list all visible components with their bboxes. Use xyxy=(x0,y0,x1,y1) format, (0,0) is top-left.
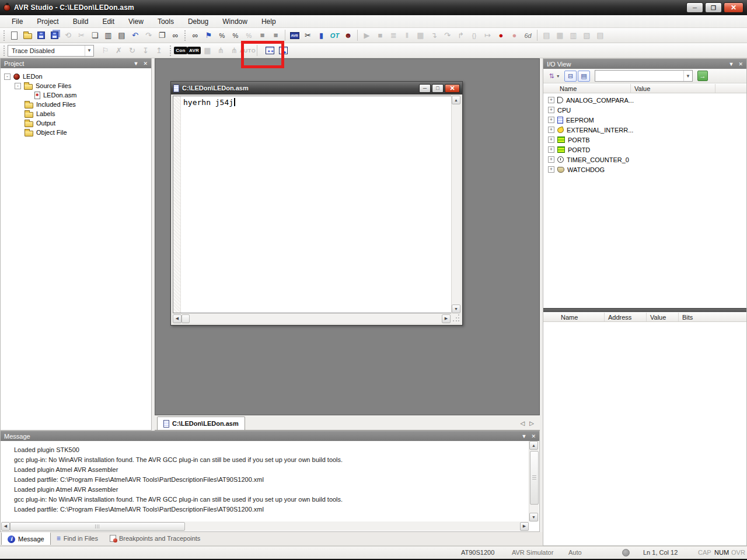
close-button[interactable]: ✕ xyxy=(724,2,743,13)
scroll-left-icon[interactable]: ◀ xyxy=(173,314,181,323)
menu-tools[interactable]: Tools xyxy=(151,16,181,27)
tree-item-source-files[interactable]: - Source Files xyxy=(1,81,151,90)
reset-button[interactable]: ≣ xyxy=(387,29,400,42)
sort-button[interactable]: ⇅▼ xyxy=(546,69,563,82)
io-item-external-interrupt[interactable]: + EXTERNAL_INTERR... xyxy=(543,125,746,135)
save-button[interactable] xyxy=(34,29,48,42)
indent-button[interactable]: ≡ xyxy=(269,29,282,42)
list-view-toggle[interactable]: ▤ xyxy=(578,71,590,82)
tree-item-object-file[interactable]: Object File xyxy=(1,128,151,137)
doc-close-button[interactable]: ✕ xyxy=(445,84,460,93)
restore-button[interactable]: ❐ xyxy=(705,2,722,13)
panel-menu-icon[interactable]: ▼ xyxy=(729,61,734,67)
menu-help[interactable]: Help xyxy=(254,16,283,27)
watch-window-button[interactable]: 6d xyxy=(521,29,535,42)
io-item-portb[interactable]: + PORTB xyxy=(543,135,746,145)
io-item-portd[interactable]: + PORTD xyxy=(543,145,746,155)
scroll-right-icon[interactable]: ▶ xyxy=(442,314,451,323)
save-all-button[interactable] xyxy=(48,29,61,42)
disassembler-window-button[interactable]: ▤ xyxy=(540,29,553,42)
tree-item-root[interactable]: - LEDon xyxy=(1,72,151,81)
tree-item-included-files[interactable]: Included Files xyxy=(1,100,151,109)
expand-icon[interactable]: + xyxy=(548,117,554,123)
panel-menu-icon[interactable]: ▼ xyxy=(522,433,527,439)
tab-scroll-left-icon[interactable]: ◁ xyxy=(521,420,525,426)
panel-splitter[interactable] xyxy=(543,308,746,312)
watch-col-address[interactable]: Address xyxy=(605,313,647,321)
resize-grip[interactable] xyxy=(451,314,460,323)
toggle-breakpoint-button[interactable]: ● xyxy=(494,29,508,42)
menu-build[interactable]: Build xyxy=(66,16,96,27)
step-over-button[interactable]: ↷ xyxy=(441,29,454,42)
previous-bookmark-button[interactable]: % xyxy=(229,29,242,42)
avr-wizard-button[interactable]: AVR xyxy=(288,29,301,42)
find-button[interactable]: ∞ xyxy=(189,29,202,42)
chevron-down-icon[interactable]: ▼ xyxy=(683,71,692,81)
toolbar-grip[interactable] xyxy=(3,46,6,56)
io-item-eeprom[interactable]: + EEPROM xyxy=(543,115,746,125)
code-editor[interactable]: hyerhn j54j xyxy=(173,96,460,313)
run-button[interactable]: ▶ xyxy=(360,29,374,42)
clear-bookmarks-button[interactable]: % xyxy=(242,29,256,42)
undo-button[interactable]: ↶ xyxy=(128,29,142,42)
stop-button[interactable]: ■ xyxy=(374,29,387,42)
expand-icon[interactable]: + xyxy=(548,136,554,143)
menu-file[interactable]: File xyxy=(5,16,30,27)
connect-button[interactable]: Con xyxy=(174,44,187,57)
panel-close-icon[interactable]: ✕ xyxy=(531,433,536,439)
collapse-icon[interactable]: - xyxy=(4,74,11,80)
menu-project[interactable]: Project xyxy=(30,16,65,27)
menu-view[interactable]: View xyxy=(121,16,151,27)
menu-window[interactable]: Window xyxy=(215,16,254,27)
scroll-down-icon[interactable]: ▼ xyxy=(529,513,538,522)
step-into-button[interactable]: ↴ xyxy=(427,29,441,42)
outdent-button[interactable]: ≡ xyxy=(256,29,269,42)
watch-col-name[interactable]: Name xyxy=(543,313,605,321)
collapse-icon[interactable]: - xyxy=(15,83,21,89)
expand-icon[interactable]: + xyxy=(548,146,554,153)
tab-breakpoints[interactable]: Breakpoints and Tracepoints xyxy=(104,532,206,545)
io-col-value[interactable]: Value xyxy=(631,84,715,93)
clear-trace-button[interactable]: ✗ xyxy=(112,44,125,57)
trace-step-button[interactable]: ↻ xyxy=(125,44,139,57)
tab-message[interactable]: i Message xyxy=(1,532,51,545)
panel-menu-icon[interactable]: ▼ xyxy=(134,61,139,66)
copy-button[interactable]: ❏ xyxy=(88,29,102,42)
panel-close-icon[interactable]: ✕ xyxy=(143,61,148,66)
cascade-windows-button[interactable]: ❐ xyxy=(155,29,169,42)
tree-item-ledon-asm[interactable]: LEDon.asm xyxy=(1,90,151,100)
doc-minimize-button[interactable]: ─ xyxy=(419,84,431,93)
scroll-down-icon[interactable]: ▼ xyxy=(452,304,460,313)
message-vertical-scrollbar[interactable]: ▲ ▼ xyxy=(529,441,539,522)
fuse-bits-button[interactable]: ⋔ xyxy=(214,44,228,57)
scrollbar-thumb[interactable] xyxy=(10,522,185,531)
io-item-analog-comparator[interactable]: + ANALOG_COMPARA... xyxy=(543,95,746,105)
revert-button[interactable]: ⟲ xyxy=(61,29,75,42)
redo-button[interactable]: ↷ xyxy=(142,29,155,42)
io-item-timer-counter[interactable]: + TIMER_COUNTER_0 xyxy=(543,155,746,164)
io-window-button[interactable]: ▤ xyxy=(594,29,607,42)
quickwatch-button[interactable]: {} xyxy=(467,29,481,42)
pause-button[interactable]: ‖ xyxy=(400,29,414,42)
tree-view-toggle[interactable]: ⊟ xyxy=(564,71,577,82)
toolbar-grip[interactable] xyxy=(184,30,187,41)
panel-close-icon[interactable]: ✕ xyxy=(738,61,743,67)
scroll-up-icon[interactable]: ▲ xyxy=(452,96,460,104)
toolbar-grip[interactable] xyxy=(169,46,172,56)
doc-maximize-button[interactable]: □ xyxy=(432,84,444,93)
scroll-up-icon[interactable]: ▲ xyxy=(529,441,538,450)
tab-find-in-files[interactable]: ≡ Find in Files xyxy=(51,532,104,545)
watch-col-value[interactable]: Value xyxy=(647,313,679,321)
io-filter-combobox[interactable]: ▼ xyxy=(595,70,693,82)
editor-vertical-scrollbar[interactable]: ▲ ▼ xyxy=(451,96,460,313)
online-help-button[interactable]: OT xyxy=(328,29,341,42)
message-horizontal-scrollbar[interactable]: ◀ ▶ xyxy=(1,522,529,531)
scrollbar-thumb[interactable] xyxy=(530,451,539,505)
menu-edit[interactable]: Edit xyxy=(95,16,121,27)
memory-window-button[interactable]: ▦ xyxy=(553,29,567,42)
scroll-left-icon[interactable]: ◀ xyxy=(1,522,10,531)
message-log[interactable]: Loaded plugin STK500 gcc plug-in: No Win… xyxy=(1,441,529,522)
new-file-button[interactable] xyxy=(8,29,21,42)
scrollbar-thumb[interactable] xyxy=(181,314,190,323)
step-out-button[interactable]: ↱ xyxy=(454,29,467,42)
